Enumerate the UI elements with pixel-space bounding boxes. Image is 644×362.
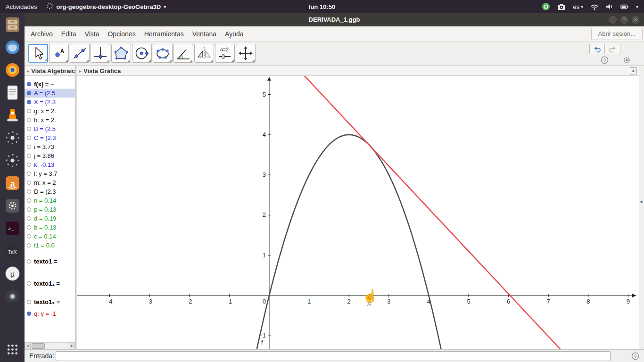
visibility-marble-icon[interactable] (27, 154, 31, 158)
algebra-item[interactable]: t1 = 0.0 (25, 241, 75, 250)
files-icon[interactable] (4, 16, 21, 33)
menu-item-ventana[interactable]: Ventana (188, 26, 221, 41)
collapsed-panel-strip[interactable]: ◀ (639, 66, 644, 349)
app-menu-button[interactable]: org-geogebra-desktop-GeoGebra3D ▾ (46, 2, 166, 11)
visibility-marble-icon[interactable] (27, 145, 31, 149)
point-tool-button[interactable]: A (49, 44, 69, 63)
battery-icon[interactable] (620, 3, 629, 10)
panel-expand-icon[interactable]: ▸ (27, 68, 29, 74)
visibility-marble-icon[interactable] (27, 136, 31, 140)
visibility-marble-icon[interactable] (27, 127, 31, 131)
algebra-item[interactable]: b = 0.13 (25, 223, 75, 232)
visibility-marble-icon[interactable] (27, 91, 31, 95)
title-bar[interactable]: DERIVADA_1.ggb — □ ✕ (25, 13, 644, 26)
algebra-view-header[interactable]: ▸ Vista Algebraica (25, 66, 75, 76)
line-tool-button[interactable] (70, 44, 90, 63)
polygon-tool-button[interactable] (111, 44, 131, 63)
visibility-marble-icon[interactable] (27, 189, 31, 194)
amazon-icon[interactable]: a (4, 174, 21, 192)
scrollbar-thumb[interactable] (32, 343, 45, 349)
redo-button[interactable] (605, 44, 620, 54)
algebra-item[interactable]: X = (2.3 (25, 98, 75, 107)
volume-icon[interactable] (606, 3, 613, 10)
algebra-item[interactable]: f(x) = − (25, 80, 75, 89)
menu-item-herramientas[interactable]: Herramientas (140, 26, 188, 41)
texmaker-icon[interactable]: TeX (4, 242, 21, 260)
keyboard-layout-indicator[interactable]: es▾ (573, 3, 583, 10)
software-update-icon[interactable] (542, 2, 550, 11)
algebra-input-field[interactable] (56, 351, 611, 361)
menu-item-opciones[interactable]: Opciones (103, 26, 140, 41)
algebra-hscrollbar[interactable]: ◂ ▸ (25, 342, 75, 349)
perpendicular-tool-button[interactable] (91, 44, 110, 63)
text-editor-icon[interactable] (4, 84, 21, 101)
move-tool-button[interactable] (28, 44, 48, 63)
menu-item-vista[interactable]: Vista (81, 26, 104, 41)
terminal-icon[interactable]: >_ (4, 220, 21, 237)
algebra-item[interactable]: l: y = 3.7 (25, 169, 75, 178)
visibility-marble-icon[interactable] (27, 100, 31, 104)
web-browser-icon[interactable] (4, 39, 21, 56)
vlc-icon[interactable] (4, 107, 21, 124)
move-view-tool-button[interactable] (236, 44, 256, 63)
mu-editor-icon[interactable]: μ (4, 265, 21, 282)
visibility-marble-icon[interactable] (27, 216, 31, 221)
visibility-marble-icon[interactable] (27, 109, 31, 113)
visibility-marble-icon[interactable] (27, 300, 31, 304)
algebra-item[interactable]: C = (2.3 (25, 133, 75, 142)
minimize-button[interactable]: — (609, 16, 617, 24)
screenshot-icon[interactable] (4, 288, 21, 305)
scroll-right-icon[interactable]: ▸ (69, 343, 75, 349)
maximize-button[interactable]: □ (620, 16, 628, 24)
close-button[interactable]: ✕ (632, 16, 639, 24)
activities-button[interactable]: Actividades (6, 3, 37, 10)
scroll-left-icon[interactable]: ◂ (25, 343, 31, 349)
status-area[interactable]: es▾ ▾ (542, 2, 644, 11)
undo-button[interactable] (589, 44, 605, 54)
circle-tool-button[interactable] (132, 44, 152, 63)
algebra-item[interactable]: h: x = 2. (25, 115, 75, 124)
geogebra-1-icon[interactable] (4, 129, 21, 147)
visibility-marble-icon[interactable] (27, 82, 31, 86)
menu-item-edita[interactable]: Edita (57, 26, 81, 41)
visibility-marble-icon[interactable] (27, 243, 31, 247)
camera-icon[interactable] (557, 2, 566, 11)
visibility-marble-icon[interactable] (27, 172, 31, 176)
menu-item-ayuda[interactable]: Ayuda (221, 26, 248, 41)
visibility-marble-icon[interactable] (27, 234, 31, 239)
visibility-marble-icon[interactable] (27, 281, 31, 286)
algebra-item[interactable]: m: x = 2 (25, 178, 75, 187)
algebra-item[interactable]: n = 0.14 (25, 196, 75, 205)
graphics-canvas[interactable]: -4-3-2-10123456789-112345fA☝ (77, 76, 639, 349)
algebra-item[interactable]: A = (2.5 (25, 89, 75, 98)
wifi-icon[interactable] (590, 3, 599, 10)
slider-tool-button[interactable]: a=2 (215, 44, 235, 63)
algebra-item[interactable]: D = (2.3 (25, 187, 75, 196)
close-panel-icon[interactable]: × (630, 67, 637, 74)
algebra-item[interactable]: d = 0.19 (25, 214, 75, 223)
sign-in-button[interactable]: Abrir sesión... (591, 28, 643, 40)
visibility-marble-icon[interactable] (27, 312, 31, 316)
angle-tool-button[interactable] (173, 44, 193, 63)
geogebra-2-icon[interactable] (4, 152, 21, 169)
panel-expand-icon[interactable]: ▸ (79, 68, 82, 74)
menu-item-archivo[interactable]: Archivo (26, 26, 57, 41)
algebra-item[interactable]: B = (2.5 (25, 124, 75, 133)
algebra-item[interactable]: k: -0.13 (25, 160, 75, 169)
visibility-marble-icon[interactable] (27, 163, 31, 167)
algebra-item[interactable]: j = 3.86 (25, 151, 75, 160)
graphics-view-header[interactable]: ▸ Vista Gráfica × (77, 66, 639, 76)
visibility-marble-icon[interactable] (27, 181, 31, 185)
firefox-icon[interactable] (4, 61, 21, 79)
algebra-item[interactable]: texto1 = (25, 257, 75, 266)
visibility-marble-icon[interactable] (27, 118, 31, 122)
algebra-item[interactable]: c = 0.14 (25, 232, 75, 241)
input-help-icon[interactable]: ? (631, 352, 639, 360)
visibility-marble-icon[interactable] (27, 259, 31, 263)
tweaks-icon[interactable] (4, 197, 21, 214)
algebra-item[interactable]: i = 3.73 (25, 142, 75, 151)
visibility-marble-icon[interactable] (27, 198, 31, 203)
help-icon[interactable]: ? (601, 56, 609, 64)
algebra-item[interactable]: p = 0.13 (25, 205, 75, 214)
visibility-marble-icon[interactable] (27, 207, 31, 212)
